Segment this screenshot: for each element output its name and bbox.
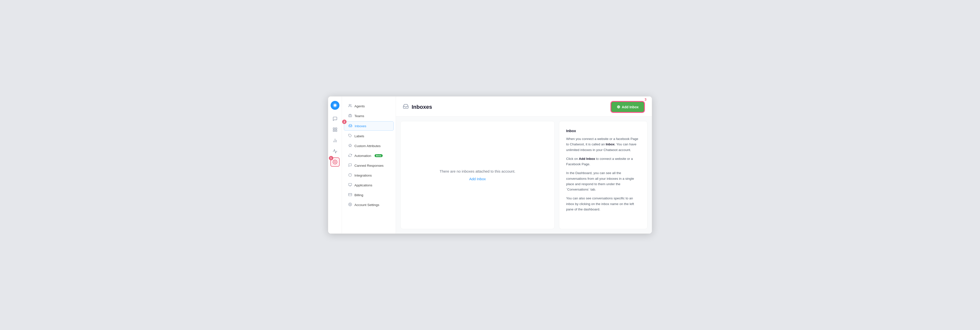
sidebar-item-teams[interactable]: Teams <box>344 111 394 120</box>
step-badge-1: 1 <box>329 156 333 160</box>
add-inbox-button[interactable]: 3 ⊕ Add Inbox <box>611 102 644 112</box>
svg-marker-13 <box>348 144 352 147</box>
integrations-icon <box>348 173 352 178</box>
sidebar-item-automation-label: Automation <box>355 154 371 158</box>
beta-badge: Beta <box>375 154 383 157</box>
main-content: Inboxes 3 ⊕ Add Inbox There are no inbox… <box>396 97 652 233</box>
sidebar-item-billing-label: Billing <box>355 193 363 197</box>
sidebar-item-agents[interactable]: Agents <box>344 102 394 111</box>
content-area: There are no inboxes attached to this ac… <box>396 117 652 233</box>
svg-rect-3 <box>335 128 337 129</box>
info-panel: Inbox When you connect a website or a fa… <box>559 121 648 229</box>
sidebar-item-canned-responses[interactable]: Canned Responses <box>344 161 394 170</box>
rail-icon-conversations[interactable] <box>330 114 340 124</box>
sidebar-item-applications-label: Applications <box>355 183 372 187</box>
sidebar-item-labels-label: Labels <box>355 134 364 138</box>
main-header: Inboxes 3 ⊕ Add Inbox <box>396 97 652 117</box>
rail-icon-settings[interactable]: 1 <box>330 157 340 167</box>
page-title: Inboxes <box>412 104 432 110</box>
icon-rail: 1 <box>328 97 342 233</box>
sidebar-item-integrations[interactable]: Integrations <box>344 171 394 180</box>
app-window: 1 Agents Teams 2 Inboxes <box>328 96 652 234</box>
sidebar-item-applications[interactable]: Applications <box>344 181 394 190</box>
sidebar-item-agents-label: Agents <box>355 104 365 108</box>
sidebar-item-automation[interactable]: Automation Beta <box>344 151 394 160</box>
labels-icon <box>348 134 352 138</box>
empty-state-message: There are no inboxes attached to this ac… <box>440 169 515 173</box>
automation-icon <box>348 154 352 158</box>
rail-icon-reports[interactable] <box>330 136 340 145</box>
teams-icon <box>348 114 352 118</box>
empty-add-inbox-link[interactable]: Add Inbox <box>469 177 486 181</box>
applications-icon <box>348 183 352 187</box>
info-panel-p1: When you connect a website or a facebook… <box>566 136 640 153</box>
sidebar-item-inboxes[interactable]: 2 Inboxes <box>344 121 394 131</box>
sidebar-item-inboxes-label: Inboxes <box>355 124 366 128</box>
sidebar-item-canned-responses-label: Canned Responses <box>355 164 383 167</box>
svg-rect-5 <box>333 130 334 132</box>
empty-state: There are no inboxes attached to this ac… <box>400 121 555 229</box>
sidebar-item-billing[interactable]: Billing <box>344 190 394 199</box>
info-panel-p3: In the Dashboard, you can see all the co… <box>566 170 640 192</box>
inboxes-icon <box>348 124 352 128</box>
step-badge-3: 3 <box>644 97 646 102</box>
add-inbox-label: Add Inbox <box>622 105 639 109</box>
account-settings-icon <box>348 203 352 207</box>
sidebar: Agents Teams 2 Inboxes Labels Cust <box>342 97 396 233</box>
sidebar-item-custom-attributes[interactable]: Custom Attributes <box>344 141 394 150</box>
svg-rect-20 <box>348 194 352 196</box>
svg-point-22 <box>350 204 351 205</box>
sidebar-item-custom-attributes-label: Custom Attributes <box>355 144 381 148</box>
sidebar-item-account-settings-label: Account Settings <box>355 203 379 207</box>
info-panel-p4: You can also see conversations specific … <box>566 196 640 212</box>
app-logo[interactable] <box>331 101 339 110</box>
main-title-icon <box>403 103 409 111</box>
svg-rect-2 <box>333 128 334 129</box>
rail-icon-list[interactable] <box>330 125 340 134</box>
svg-rect-11 <box>348 115 352 117</box>
canned-responses-icon <box>348 163 352 168</box>
title-row: Inboxes <box>403 103 432 111</box>
sidebar-item-teams-label: Teams <box>355 114 364 118</box>
sidebar-item-account-settings[interactable]: Account Settings <box>344 200 394 209</box>
plus-icon: ⊕ <box>617 104 620 109</box>
sidebar-item-integrations-label: Integrations <box>355 174 372 177</box>
svg-rect-4 <box>335 130 337 132</box>
sidebar-item-labels[interactable]: Labels <box>344 132 394 140</box>
info-panel-title: Inbox <box>566 129 640 133</box>
svg-rect-17 <box>348 183 352 186</box>
info-panel-p2: Click on Add Inbox to connect a website … <box>566 156 640 167</box>
svg-point-1 <box>334 104 336 106</box>
step-badge-2: 2 <box>342 120 347 124</box>
custom-attributes-icon <box>348 144 352 148</box>
rail-icon-campaigns[interactable] <box>330 147 340 156</box>
svg-point-10 <box>349 104 350 106</box>
svg-point-9 <box>334 162 336 163</box>
agents-icon <box>348 104 352 108</box>
billing-icon <box>348 193 352 197</box>
